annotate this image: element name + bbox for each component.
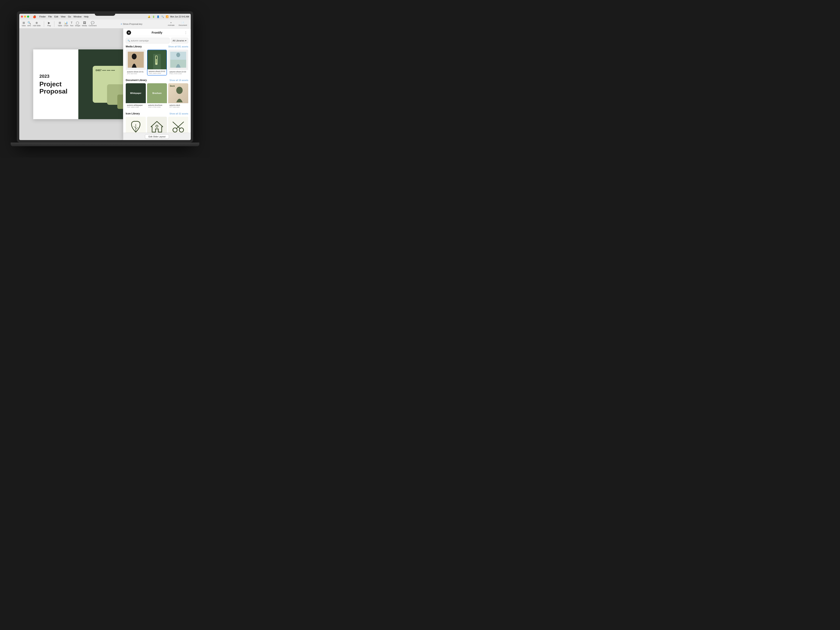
media-icon: 🖼 xyxy=(83,21,86,24)
main-area: 2023 Project Proposal 0467 •••• •••• •••… xyxy=(19,28,191,140)
doc-asset-1[interactable]: Whitepaper autumn-whitepaper PDF 1866×23… xyxy=(126,83,146,109)
frontify-search-input[interactable]: 🔍 autumn campaign xyxy=(126,38,170,43)
laptop-base xyxy=(11,142,199,146)
window-menu[interactable]: Window xyxy=(73,16,81,18)
add-slide-button[interactable]: ⊕ Add Slide xyxy=(33,21,41,27)
edit-menu[interactable]: Edit xyxy=(54,16,58,18)
search-icon[interactable]: 🔍 xyxy=(161,16,164,18)
battery-icon: 🔋 xyxy=(152,16,155,18)
laptop-notch xyxy=(95,11,115,16)
icon-asset-home[interactable]: icon-home SVG 60×60 xyxy=(147,117,167,133)
frontify-panel: ✳ Frontify ⋮ 🔍 autumn campaign All Libra… xyxy=(123,28,191,140)
asset-meta: PNG 1609×1903 xyxy=(149,73,166,74)
search-placeholder-text: autumn campaign xyxy=(131,39,149,42)
help-menu[interactable]: Help xyxy=(84,16,88,18)
toolbar: ⊞ View 🔍 44% ⊕ Add Slide ▶ xyxy=(19,19,191,28)
asset-name: autumn-shoot-23-01 xyxy=(127,71,145,73)
frontify-header: ✳ Frontify ⋮ xyxy=(123,28,191,36)
chart-button[interactable]: 📊 Chart xyxy=(64,21,68,27)
file-menu[interactable]: File xyxy=(48,16,52,18)
document-library-show-all[interactable]: Show all 18 assets xyxy=(169,79,188,81)
doc-asset-2[interactable]: Brochure autumn-brochure DOC 2754×1430 xyxy=(147,83,167,109)
media-library-show-all[interactable]: Show all 591 assets xyxy=(168,45,188,48)
chevron-down-icon: ▾ xyxy=(185,39,186,42)
text-icon: T xyxy=(71,21,73,24)
document-library-section: Document Library Show all 18 assets Whit… xyxy=(126,79,188,109)
slide-left: 2023 Project Proposal xyxy=(33,49,78,119)
slide-year: 2023 xyxy=(39,74,72,79)
slide-title: Project Proposal xyxy=(39,81,72,95)
svg-line-8 xyxy=(134,126,136,128)
go-menu[interactable]: Go xyxy=(68,16,71,18)
asset-name: autumn-shoot-23-03 xyxy=(169,71,187,73)
media-asset-grid: autumn-shoot-23-01 JPG 900×900 xyxy=(126,50,188,76)
add-slide-icon: ⊕ xyxy=(35,21,38,24)
icon-library-title: Icon Library xyxy=(126,112,140,115)
table-button[interactable]: ⊞ Table xyxy=(58,21,62,27)
laptop-wrapper: 🍎 Finder File Edit View Go Window Help 🔔… xyxy=(11,11,199,146)
media-library-title: Media Library xyxy=(126,45,142,48)
wifi-icon[interactable]: 📶 xyxy=(166,16,169,18)
svg-line-15 xyxy=(173,122,180,129)
document-asset-grid: Whitepaper autumn-whitepaper PDF 1866×23… xyxy=(126,83,188,109)
finder-menu[interactable]: Finder xyxy=(39,16,46,18)
edit-slide-layout-button[interactable]: Edit Slide Layout xyxy=(145,134,169,139)
asset-meta: DOC 2754×1430 xyxy=(148,106,166,108)
icon-library-show-all[interactable]: Show all 32 assets xyxy=(169,112,188,115)
traffic-light-green[interactable] xyxy=(27,16,29,17)
play-button[interactable]: ▶ Play xyxy=(47,21,51,27)
text-button[interactable]: T Text xyxy=(70,21,73,27)
play-icon: ▶ xyxy=(48,21,50,24)
media-button[interactable]: 🖼 Media xyxy=(82,21,87,27)
apple-menu[interactable]: 🍎 xyxy=(33,15,36,18)
icon-asset-leaf[interactable]: icon-leaf SVG 60×60 xyxy=(126,117,146,133)
document-button[interactable]: 📄 Document xyxy=(177,21,188,27)
file-dot: ● xyxy=(121,23,122,25)
svg-point-1 xyxy=(132,54,136,59)
slide-card-number: 0467 •••• •••• •••• xyxy=(96,69,123,72)
document-icon: 📄 xyxy=(182,22,184,24)
shape-icon: ◯ xyxy=(76,21,79,24)
frontify-logo-icon: ✳ xyxy=(128,32,129,34)
asset-name: autumn-brochure xyxy=(148,104,166,106)
frontify-library-dropdown[interactable]: All Libraries ▾ xyxy=(171,38,188,43)
traffic-light-yellow[interactable] xyxy=(24,16,26,17)
view-button[interactable]: ⊞ View xyxy=(22,21,26,27)
laptop-body: 🍎 Finder File Edit View Go Window Help 🔔… xyxy=(17,11,193,142)
comment-button[interactable]: 💬 Comment xyxy=(88,21,96,27)
search-icon: 🔍 xyxy=(128,39,130,42)
bottom-bar: Edit Slide Layout xyxy=(123,133,191,140)
table-icon: ⊞ xyxy=(58,21,61,24)
datetime: Mon Jun 22 9:41 AM xyxy=(170,16,189,18)
laptop-screen: 🍎 Finder File Edit View Go Window Help 🔔… xyxy=(19,14,191,140)
notification-icon[interactable]: 🔔 xyxy=(148,16,150,18)
shape-button[interactable]: ◯ Shape xyxy=(75,21,80,27)
svg-point-11 xyxy=(156,125,158,127)
svg-marker-10 xyxy=(151,122,163,132)
traffic-light-red[interactable] xyxy=(21,16,23,17)
frontify-options-button[interactable]: ⋮ xyxy=(184,31,188,35)
icon-asset-scissors[interactable]: icon-scissors SVG 60×60 xyxy=(168,117,188,133)
asset-name: autumn-shoot-23-02 xyxy=(149,70,166,73)
asset-meta: PPT 900×600 xyxy=(169,106,187,108)
asset-name: autumn-whitepaper xyxy=(127,104,145,106)
media-asset-3[interactable]: autumn-shoot-23-03 PNG 2734×1430 xyxy=(168,50,188,76)
zoom-button[interactable]: 🔍 44% xyxy=(27,21,31,27)
svg-point-6 xyxy=(176,87,183,94)
svg-point-5 xyxy=(176,52,180,57)
frontify-content: Media Library Show all 591 assets xyxy=(123,45,191,133)
svg-line-9 xyxy=(136,127,138,129)
chart-icon: 📊 xyxy=(64,21,68,24)
comment-icon: 💬 xyxy=(91,21,94,24)
asset-meta: JPG 900×900 xyxy=(127,73,145,75)
slide-card: 0467 •••• •••• •••• xyxy=(93,66,126,103)
animate-button[interactable]: ✦ Animate xyxy=(167,21,176,27)
media-asset-2[interactable]: autumn-shoot-23-02 PNG 1609×1903 xyxy=(147,50,167,76)
asset-meta: PDF 1866×2380 xyxy=(127,106,145,108)
icon-asset-grid: icon-leaf SVG 60×60 xyxy=(126,117,188,133)
view-menu[interactable]: View xyxy=(61,16,66,18)
document-library-title: Document Library xyxy=(126,79,147,82)
media-asset-1[interactable]: autumn-shoot-23-01 JPG 900×900 xyxy=(126,50,146,76)
doc-asset-3[interactable]: Deck autumn-deck xyxy=(168,83,188,109)
account-icon[interactable]: 👤 xyxy=(157,16,159,18)
